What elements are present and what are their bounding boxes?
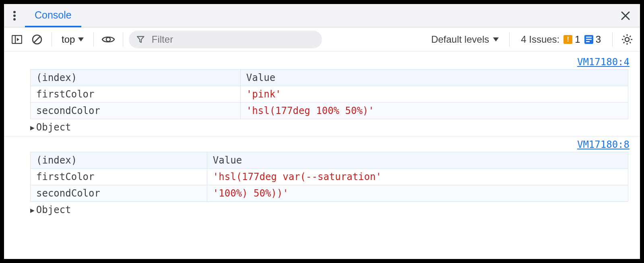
expand-object[interactable]: ▶ Object — [4, 202, 640, 215]
cell-key: secondColor — [31, 103, 241, 119]
tab-label: Console — [35, 9, 72, 21]
eye-icon — [101, 35, 115, 44]
svg-line-20 — [623, 35, 625, 37]
tab-bar: Console — [4, 4, 640, 27]
th-index: (index) — [31, 152, 207, 169]
console-messages[interactable]: VM17180:4 (index) Value firstColor 'pink… — [4, 52, 640, 259]
th-value: Value — [240, 70, 628, 86]
cell-key: firstColor — [31, 86, 241, 103]
cell-value: 'hsl(177deg 100% 50%)' — [240, 103, 628, 119]
levels-label: Default levels — [431, 34, 489, 45]
svg-line-21 — [630, 42, 631, 43]
issues-warn-count: 1 — [575, 34, 580, 45]
console-message-group: VM17180:8 (index) Value firstColor 'hsl(… — [4, 137, 640, 219]
cell-key: firstColor — [31, 169, 207, 185]
svg-line-23 — [623, 42, 625, 43]
svg-rect-13 — [586, 39, 592, 40]
toggle-sidebar-button[interactable] — [8, 31, 26, 48]
close-icon — [621, 11, 630, 20]
separator — [509, 32, 510, 47]
table-header-row: (index) Value — [31, 152, 628, 169]
svg-point-2 — [13, 18, 16, 21]
filter-icon — [137, 35, 144, 43]
cell-value: '100%) 50%))' — [207, 185, 628, 202]
source-link[interactable]: VM17180:8 — [577, 139, 630, 150]
console-table: (index) Value firstColor 'hsl(177deg var… — [30, 152, 628, 202]
separator — [612, 32, 613, 47]
gear-icon — [621, 34, 633, 45]
context-selector[interactable]: top — [58, 34, 88, 45]
cell-key: secondColor — [31, 185, 207, 202]
tab-console[interactable]: Console — [25, 4, 81, 27]
issues-summary[interactable]: 4 Issues: ! 1 3 — [515, 34, 607, 45]
svg-marker-8 — [78, 37, 84, 41]
table-row: firstColor 'pink' — [31, 86, 628, 103]
table-row: firstColor 'hsl(177deg var(--saturation' — [31, 169, 628, 185]
issues-warn: ! 1 — [564, 34, 580, 45]
filter-field[interactable] — [129, 31, 322, 48]
console-toolbar: top Default levels 4 — [4, 27, 640, 52]
panel-icon — [12, 35, 22, 44]
table-header-row: (index) Value — [31, 70, 628, 86]
svg-marker-5 — [17, 38, 19, 41]
table-row: secondColor '100%) 50%))' — [31, 185, 628, 202]
kebab-icon — [13, 11, 16, 21]
source-link[interactable]: VM17180:4 — [577, 56, 630, 68]
th-value: Value — [207, 152, 628, 169]
object-label: Object — [36, 122, 71, 133]
ban-icon — [31, 34, 43, 45]
separator — [93, 32, 94, 47]
expand-object[interactable]: ▶ Object — [4, 119, 640, 133]
table-row: secondColor 'hsl(177deg 100% 50%)' — [31, 103, 628, 119]
svg-point-9 — [106, 37, 110, 41]
live-expression-button[interactable] — [99, 31, 117, 48]
issues-info-count: 3 — [596, 34, 601, 45]
chevron-down-icon — [78, 37, 84, 41]
object-label: Object — [36, 204, 71, 215]
svg-line-22 — [630, 35, 631, 37]
issues-info: 3 — [584, 34, 601, 45]
console-message-group: VM17180:4 (index) Value firstColor 'pink… — [4, 54, 640, 137]
svg-point-15 — [625, 37, 629, 41]
separator — [52, 32, 52, 47]
th-index: (index) — [31, 70, 241, 86]
more-menu-button[interactable] — [6, 8, 23, 24]
triangle-right-icon: ▶ — [30, 206, 35, 214]
console-settings-button[interactable] — [618, 31, 636, 48]
svg-line-7 — [34, 36, 40, 42]
clear-console-button[interactable] — [28, 31, 46, 48]
filter-input[interactable] — [151, 33, 314, 46]
triangle-right-icon: ▶ — [30, 123, 35, 132]
cell-value: 'hsl(177deg var(--saturation' — [207, 169, 628, 185]
log-levels-selector[interactable]: Default levels — [426, 34, 504, 45]
warn-icon: ! — [564, 35, 572, 44]
svg-rect-14 — [586, 41, 590, 42]
svg-point-0 — [13, 11, 16, 13]
separator — [123, 32, 123, 47]
devtools-window: Console top — [0, 0, 644, 263]
info-icon — [584, 35, 593, 44]
svg-point-1 — [13, 14, 16, 17]
close-devtools-button[interactable] — [617, 8, 634, 24]
console-table: (index) Value firstColor 'pink' secondCo… — [30, 69, 628, 119]
chevron-down-icon — [493, 37, 499, 41]
svg-rect-12 — [586, 37, 592, 38]
issues-label: 4 Issues: — [521, 34, 559, 45]
svg-marker-10 — [493, 37, 499, 41]
cell-value: 'pink' — [240, 86, 628, 103]
context-label: top — [62, 34, 75, 45]
